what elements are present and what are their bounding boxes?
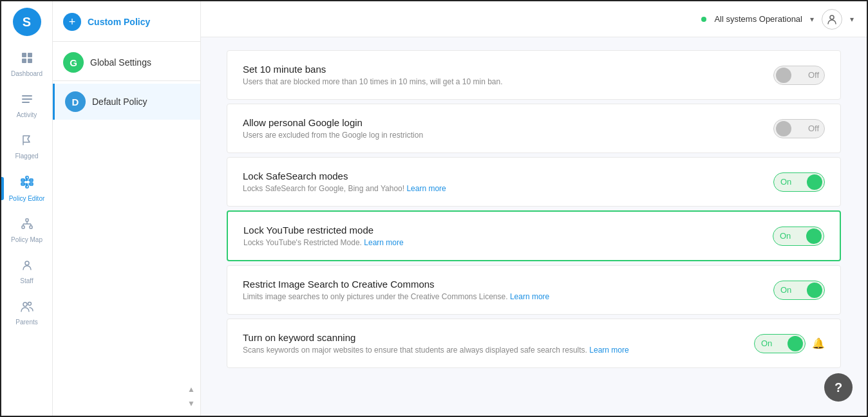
sidebar-item-policy-editor[interactable]: Policy Editor [5,169,50,208]
panel-divider-2 [53,80,200,81]
sidebar: S Dashboard Activity [1,1,53,416]
image-search-content: Restrict Image Search to Creative Common… [243,279,760,301]
keyword-scan-desc: Scans keywords on major websites to ensu… [243,346,741,355]
global-settings-label: Global Settings [90,57,151,68]
svg-rect-8 [26,176,28,179]
svg-rect-0 [22,53,26,57]
setting-ban: Set 10 minute bans Users that are blocke… [227,50,841,100]
user-chevron-icon[interactable]: ▾ [850,15,854,24]
svg-point-20 [25,261,29,265]
ban-toggle-knob [776,68,791,83]
add-custom-policy-button[interactable]: + Custom Policy [53,8,200,41]
svg-rect-13 [26,219,28,221]
google-login-desc: Users are excluded from the Google log i… [243,131,760,140]
keyword-scan-toggle-knob [788,336,803,351]
global-settings-avatar: G [63,52,84,73]
safesearch-learn-more[interactable]: Learn more [406,184,446,193]
keyword-scan-toggle[interactable]: On [754,334,806,353]
safesearch-toggle[interactable]: On [773,172,825,192]
top-header: All systems Operational ▾ ▾ [201,1,867,37]
youtube-desc: Locks YouTube's Restricted Mode. Learn m… [243,238,760,247]
policy-map-icon [21,218,33,234]
svg-rect-1 [28,53,32,57]
ban-content: Set 10 minute bans Users that are blocke… [243,64,760,86]
activity-label: Activity [17,111,37,118]
sidebar-item-dashboard[interactable]: Dashboard [5,45,50,84]
notification-bell-icon: 🔔 [812,337,825,349]
image-search-toggle[interactable]: On [773,281,825,300]
keyword-scan-title: Turn on keyword scanning [243,332,741,343]
ban-toggle-label: Off [808,70,819,80]
flagged-label: Flagged [15,153,38,160]
image-search-toggle-label: On [780,285,791,295]
policy-item-global[interactable]: G Global Settings [53,44,200,80]
scroll-down-arrow[interactable]: ▼ [185,396,198,411]
activity-icon [21,93,33,109]
status-chevron-icon[interactable]: ▾ [810,15,814,24]
keyword-scan-toggle-container: On 🔔 [754,334,825,353]
parents-label: Parents [15,319,37,326]
keyword-scan-learn-more[interactable]: Learn more [589,346,628,355]
safesearch-toggle-container: On [773,172,825,192]
custom-policy-label: Custom Policy [88,17,150,27]
staff-icon [21,259,33,275]
youtube-toggle-label: On [780,231,791,241]
youtube-learn-more[interactable]: Learn more [364,238,403,247]
svg-point-22 [28,302,31,306]
ban-toggle[interactable]: Off [773,66,825,85]
help-button[interactable]: ? [824,373,853,402]
youtube-toggle-knob [806,228,822,244]
youtube-toggle-container: On [773,227,824,246]
image-search-desc: Limits image searches to only pictures u… [243,292,760,301]
setting-safesearch: Lock SafeSearch modes Locks SafeSearch f… [227,157,841,207]
default-policy-avatar: D [65,91,86,112]
setting-youtube: Lock YouTube restricted mode Locks YouTu… [227,210,841,261]
sidebar-item-flagged[interactable]: Flagged [5,127,50,166]
scroll-up-arrow[interactable]: ▲ [185,382,198,396]
dashboard-icon [21,51,33,68]
svg-point-21 [23,302,27,306]
youtube-title: Lock YouTube restricted mode [243,225,760,236]
ban-desc: Users that are blocked more than 10 time… [243,77,760,86]
sidebar-item-staff[interactable]: Staff [5,252,50,291]
safesearch-desc: Locks SafeSearch for Google, Bing and Ya… [243,184,760,193]
policy-editor-icon [20,175,34,192]
safesearch-content: Lock SafeSearch modes Locks SafeSearch f… [243,171,760,193]
policy-editor-label: Policy Editor [9,195,45,202]
status-dot [701,17,706,22]
default-policy-label: Default Policy [92,97,147,107]
policy-map-label: Policy Map [11,236,42,243]
main-content: Set 10 minute bans Users that are blocke… [201,37,867,416]
status-text: All systems Operational [714,14,802,24]
policy-item-default[interactable]: D Default Policy [53,84,200,120]
image-search-toggle-container: On [773,281,825,300]
parents-icon [20,300,34,316]
panel-divider [53,41,200,42]
policy-panel: + Custom Policy G Global Settings D Defa… [53,1,201,416]
image-search-title: Restrict Image Search to Creative Common… [243,279,760,290]
image-search-learn-more[interactable]: Learn more [510,292,549,301]
sidebar-item-parents[interactable]: Parents [5,293,50,332]
dashboard-label: Dashboard [11,70,42,77]
user-menu-button[interactable] [822,9,842,30]
svg-rect-15 [30,226,32,228]
app-container: S Dashboard Activity [0,0,868,417]
safesearch-toggle-knob [807,174,822,190]
keyword-scan-content: Turn on keyword scanning Scans keywords … [243,332,741,355]
setting-image-search: Restrict Image Search to Creative Common… [227,265,841,315]
svg-rect-11 [26,185,28,188]
google-login-content: Allow personal Google login Users are ex… [243,117,760,140]
image-search-toggle-knob [807,283,822,298]
flag-icon [21,134,33,150]
google-login-toggle[interactable]: Off [773,119,825,138]
svg-point-23 [830,15,834,19]
ban-toggle-container: Off [773,66,825,85]
svg-rect-6 [22,102,30,103]
svg-rect-5 [22,98,32,100]
svg-rect-14 [22,226,24,228]
safesearch-title: Lock SafeSearch modes [243,171,760,181]
sidebar-item-policy-map[interactable]: Policy Map [5,211,50,250]
staff-label: Staff [20,277,33,284]
sidebar-item-activity[interactable]: Activity [5,86,50,125]
youtube-toggle[interactable]: On [773,227,824,246]
